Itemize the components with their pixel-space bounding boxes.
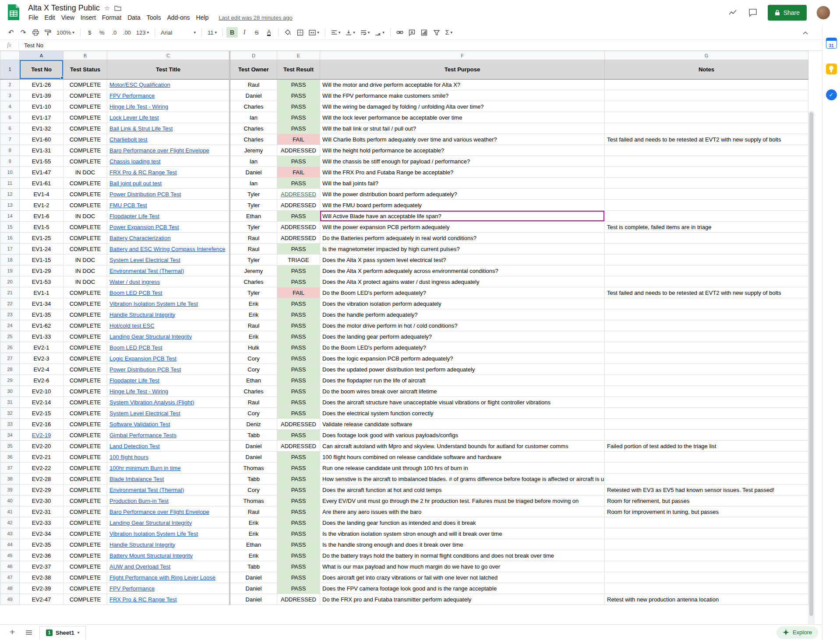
cell-notes-r46[interactable]: [605, 561, 808, 572]
row-header-33[interactable]: 33: [0, 419, 20, 430]
cell-title-r5[interactable]: Lock Lever Life test: [107, 112, 230, 123]
collapse-toolbar-button[interactable]: [800, 28, 811, 38]
cell-purpose-r39[interactable]: Does the aircraft function at hot and co…: [320, 484, 605, 495]
cell-notes-r18[interactable]: [605, 255, 808, 265]
cell-result-r27[interactable]: PASS: [277, 353, 320, 364]
cell-status-r17[interactable]: COMPLETE: [64, 244, 107, 255]
cell-purpose-r31[interactable]: Does the aircraft structure have unaccep…: [320, 397, 605, 408]
test-title-link[interactable]: Boom LED PCB Test: [109, 290, 162, 296]
test-title-link[interactable]: Handle Structural Integrity: [109, 311, 175, 318]
cell-purpose-r32[interactable]: Does the electrical system function corr…: [320, 408, 605, 419]
test-title-link[interactable]: Landing Gear Structural Integrity: [109, 333, 192, 340]
cell-owner-r5[interactable]: Ian: [230, 112, 277, 123]
cell-title-r26[interactable]: Boom LED PCB Test: [107, 342, 230, 353]
horizontal-align-button[interactable]: ▾: [329, 27, 343, 38]
cell-purpose-r36[interactable]: 100 flight hours combined on release can…: [320, 452, 605, 463]
cell-owner-r29[interactable]: Ethan: [230, 375, 277, 386]
decrease-decimal-button[interactable]: .0: [109, 27, 120, 38]
cell-test-no-r38[interactable]: EV2-28: [20, 474, 64, 484]
cell-test-no-r30[interactable]: EV2-10: [20, 386, 64, 397]
cell-owner-r21[interactable]: Tyler: [230, 287, 277, 298]
cell-result-r8[interactable]: ADDRESSED: [277, 145, 320, 156]
cell-owner-r16[interactable]: Raul: [230, 233, 277, 244]
row-header-2[interactable]: 2: [0, 79, 20, 90]
cell-title-r2[interactable]: Motor/ESC Qualification: [107, 79, 230, 90]
cell-owner-r27[interactable]: Cory: [230, 353, 277, 364]
test-title-link[interactable]: Hot/cold test ESC: [109, 322, 155, 329]
test-title-link[interactable]: Power Distribution PCB Test: [109, 366, 181, 373]
cell-title-r31[interactable]: System Vibration Analysis (Flight): [107, 397, 230, 408]
text-wrap-button[interactable]: ▾: [358, 27, 372, 38]
cell-status-r49[interactable]: COMPLETE: [64, 594, 107, 605]
test-title-link[interactable]: Power Distribution PCB Test: [109, 191, 181, 198]
cell-test-no-r27[interactable]: EV2-3: [20, 353, 64, 364]
selection-fill-handle[interactable]: [60, 76, 64, 79]
cell-purpose-r14[interactable]: Will Active Blade have an acceptable lif…: [320, 211, 605, 222]
row-header-45[interactable]: 45: [0, 550, 20, 561]
cell-purpose-r43[interactable]: Is the vibration isolation system stron …: [320, 528, 605, 539]
cell-status-r41[interactable]: COMPLETE: [64, 506, 107, 517]
cell-purpose-r33[interactable]: Validate release candidate software: [320, 419, 605, 430]
test-title-link[interactable]: Blade Imbalance Test: [109, 476, 164, 482]
cell-title-r49[interactable]: FRX Pro & RC Range Test: [107, 594, 230, 605]
filter-button[interactable]: [431, 27, 442, 38]
cell-notes-r5[interactable]: [605, 112, 808, 123]
cell-owner-r10[interactable]: Daniel: [230, 167, 277, 178]
insert-comment-button[interactable]: [406, 27, 418, 38]
cell-notes-r19[interactable]: [605, 265, 808, 276]
functions-button[interactable]: Σ▾: [443, 27, 455, 38]
cell-notes-r8[interactable]: [605, 145, 808, 156]
cell-title-r46[interactable]: AUW and Overload Test: [107, 561, 230, 572]
cell-test-no-r46[interactable]: EV2-37: [20, 561, 64, 572]
test-title-link[interactable]: Handle Structural Integrity: [109, 541, 175, 548]
test-title-link[interactable]: Environmental Test (Thermal): [109, 268, 184, 274]
cell-owner-r37[interactable]: Thomas: [230, 463, 277, 474]
font-select[interactable]: Arial▾: [159, 27, 198, 38]
row-header-25[interactable]: 25: [0, 331, 20, 342]
row-header-6[interactable]: 6: [0, 123, 20, 134]
cell-owner-r44[interactable]: Ethan: [230, 539, 277, 550]
cell-owner-r8[interactable]: Jeremy: [230, 145, 277, 156]
cell-purpose-r19[interactable]: Does the Alta X perform adequately acros…: [320, 265, 605, 276]
cell-status-r30[interactable]: COMPLETE: [64, 386, 107, 397]
cell-test-no-r45[interactable]: EV2-36: [20, 550, 64, 561]
insert-chart-button[interactable]: [419, 27, 430, 38]
borders-button[interactable]: [294, 27, 306, 38]
cell-result-r5[interactable]: PASS: [277, 112, 320, 123]
cell-test-no-r4[interactable]: EV1-10: [20, 101, 64, 112]
test-title-link[interactable]: FPV Performance: [109, 92, 155, 99]
cell-test-no-r37[interactable]: EV2-22: [20, 463, 64, 474]
row-header-40[interactable]: 40: [0, 495, 20, 506]
test-title-link[interactable]: Vibration Isolation System Life Test: [109, 530, 198, 537]
cell-result-r24[interactable]: PASS: [277, 320, 320, 331]
cell-status-r38[interactable]: COMPLETE: [64, 474, 107, 484]
row-header-23[interactable]: 23: [0, 309, 20, 320]
cell-test-no-r11[interactable]: EV1-61: [20, 178, 64, 189]
menu-format[interactable]: Format: [99, 13, 124, 22]
cell-title-r9[interactable]: Chassis loading test: [107, 156, 230, 167]
cell-owner-r13[interactable]: Tyler: [230, 200, 277, 211]
cell-notes-r35[interactable]: Failed portion of test added to the tria…: [605, 441, 808, 452]
column-header-C[interactable]: C: [107, 51, 230, 60]
cell-notes-r41[interactable]: Room for improvement in tuning, but pass…: [605, 506, 808, 517]
header-cell-test-purpose[interactable]: Test Purpose: [320, 60, 605, 79]
test-title-link[interactable]: Boom LED PCB Test: [109, 344, 162, 351]
font-size-select[interactable]: 11▾: [205, 27, 219, 38]
cell-purpose-r10[interactable]: Will the FRX Pro and Futaba Range be acc…: [320, 167, 605, 178]
cell-title-r44[interactable]: Handle Structural Integrity: [107, 539, 230, 550]
cell-result-r22[interactable]: PASS: [277, 298, 320, 309]
cell-title-r36[interactable]: 100 flight hours: [107, 452, 230, 463]
formula-input[interactable]: Test No: [19, 42, 43, 49]
cell-title-r32[interactable]: System Level Electrical Test: [107, 408, 230, 419]
cell-notes-r31[interactable]: [605, 397, 808, 408]
test-title-link[interactable]: Baro Performance over Flight Envelope: [109, 147, 209, 154]
test-title-link[interactable]: System Level Electrical Test: [109, 410, 180, 417]
cell-test-no-r31[interactable]: EV2-14: [20, 397, 64, 408]
cell-purpose-r15[interactable]: Will the power expansion PCB perform ade…: [320, 222, 605, 233]
cell-title-r14[interactable]: Flopdapter Life Test: [107, 211, 230, 222]
cell-title-r19[interactable]: Environmental Test (Thermal): [107, 265, 230, 276]
cell-test-no-r35[interactable]: EV2-20: [20, 441, 64, 452]
row-header-26[interactable]: 26: [0, 342, 20, 353]
tasks-icon[interactable]: ✓: [826, 89, 837, 100]
cell-test-no-r26[interactable]: EV2-1: [20, 342, 64, 353]
